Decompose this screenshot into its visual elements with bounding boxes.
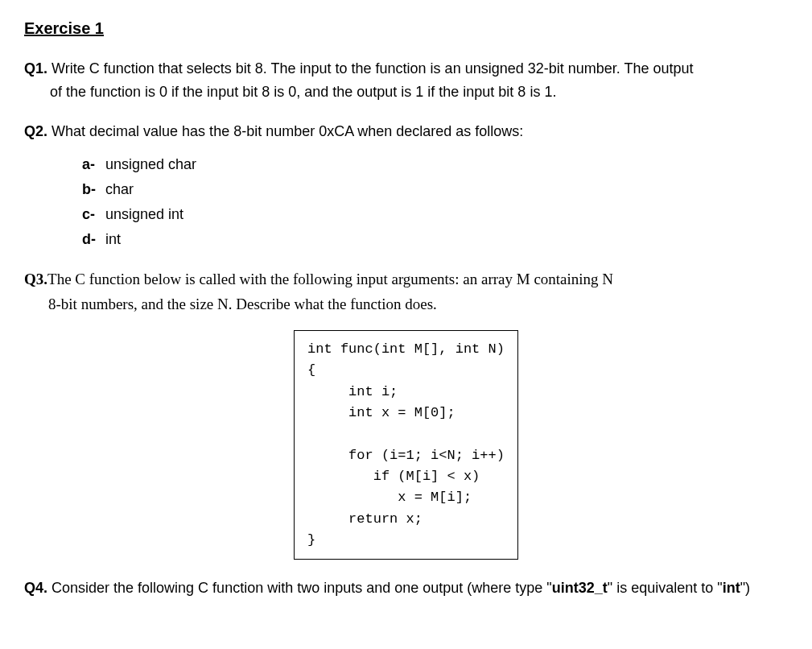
q2-item-c: c- unsigned int [82,204,788,225]
code-block: int func(int M[], int N) { int i; int x … [294,330,518,560]
q2-item-c-text: unsigned int [105,206,183,222]
question-4: Q4. Consider the following C function wi… [24,577,788,599]
q1-line2: of the function is 0 if the input bit 8 … [50,81,788,103]
q4-label: Q4. [24,580,47,596]
q2-item-a-label: a- [82,154,101,176]
q2-item-c-label: c- [82,204,101,225]
q2-item-a-text: unsigned char [105,156,196,172]
q4-bold1: uint32_t [552,580,608,596]
question-1: Q1. Write C function that selects bit 8.… [24,58,788,103]
q3-line1: The C function below is called with the … [47,271,613,287]
q2-item-b: b- char [82,179,788,200]
question-2: Q2. What decimal value has the 8-bit num… [24,121,788,250]
q2-label: Q2. [24,123,47,139]
code-block-container: int func(int M[], int N) { int i; int x … [24,330,788,560]
q1-label: Q1. [24,60,47,76]
q4-text1: Consider the following C function with t… [47,580,552,596]
q4-bold2: int [723,580,740,596]
exercise-title: Exercise 1 [24,16,788,40]
q2-sublist: a- unsigned char b- char c- unsigned int… [82,154,788,250]
q2-item-d: d- int [82,229,788,250]
q2-item-a: a- unsigned char [82,154,788,176]
q1-line1: Write C function that selects bit 8. The… [52,60,693,76]
q3-label: Q3. [24,271,47,287]
question-3: Q3.The C function below is called with t… [24,268,788,560]
q2-text: What decimal value has the 8-bit number … [52,123,523,139]
q2-item-b-text: char [105,181,134,197]
q2-item-d-label: d- [82,229,101,250]
q3-line2: 8-bit numbers, and the size N. Describe … [48,293,788,316]
q2-item-b-label: b- [82,179,101,200]
q2-item-d-text: int [105,231,121,247]
q4-text3: ") [740,580,750,596]
q4-text2: " is equivalent to " [608,580,723,596]
